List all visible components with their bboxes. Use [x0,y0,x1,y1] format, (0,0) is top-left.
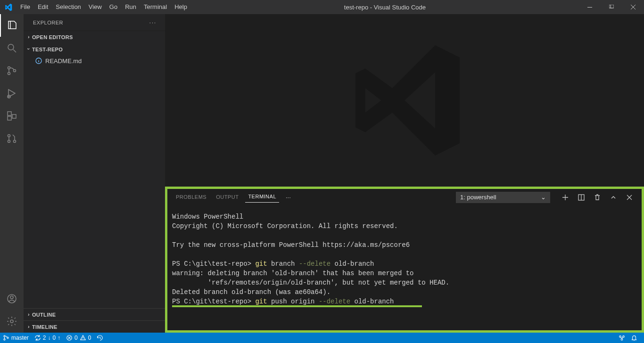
status-warnings: 0 [88,335,91,341]
menu-help[interactable]: Help [171,0,191,14]
open-editors-label: OPEN EDITORS [32,34,73,40]
file-readme[interactable]: README.md [24,56,165,66]
activity-account[interactable] [0,287,24,310]
svg-rect-8 [8,112,11,115]
panel-tabs: PROBLEMS OUTPUT TERMINAL ··· 1: powershe… [167,189,642,205]
svg-point-16 [10,320,13,323]
svg-point-5 [8,73,10,75]
tab-output[interactable]: OUTPUT [213,192,241,203]
vscode-watermark-icon [343,39,466,162]
menu-go[interactable]: Go [106,0,121,14]
activity-settings[interactable] [0,310,24,333]
editor-split: PROBLEMS OUTPUT TERMINAL ··· 1: powershe… [165,14,644,333]
explorer-sidebar: EXPLORER ··· › OPEN EDITORS › TEST-REPO … [24,14,165,333]
menu-view[interactable]: View [85,0,106,14]
close-button[interactable] [622,0,644,14]
svg-point-24 [623,336,625,338]
open-editors-section[interactable]: › OPEN EDITORS [24,31,165,43]
activity-pull-requests[interactable] [0,127,24,150]
activity-source-control[interactable] [0,59,24,82]
status-feedback[interactable] [616,333,628,343]
panel-more-icon[interactable]: ··· [283,194,294,201]
activity-bar [0,14,24,333]
outline-section[interactable]: › OUTLINE [24,308,165,320]
chevron-down-icon: ⌄ [541,194,546,201]
repo-section[interactable]: › TEST-REPO [24,43,165,56]
svg-point-15 [10,296,13,299]
svg-point-21 [7,337,8,338]
vscode-app-icon [0,3,17,11]
main-area: EXPLORER ··· › OPEN EDITORS › TEST-REPO … [0,14,644,333]
info-icon [35,57,42,65]
repo-label: TEST-REPO [32,47,63,52]
terminal-selector-label: 1: powershell [460,194,496,201]
status-branch-label: master [11,335,29,341]
sidebar-title-label: EXPLORER [33,20,63,25]
arrow-up-icon: ↑ [58,335,60,341]
status-sync-up: 0 [52,335,56,341]
file-name: README.md [45,57,82,65]
status-bar: master 2↓ 0↑ 0 0 [0,333,644,343]
svg-rect-0 [587,7,592,8]
svg-point-11 [8,135,10,137]
menu-edit[interactable]: Edit [34,0,52,14]
editor-empty-area [165,14,644,187]
split-terminal-button[interactable] [578,194,585,201]
activity-explorer[interactable] [0,14,24,37]
tab-terminal[interactable]: TERMINAL [245,192,279,203]
activity-run-debug[interactable] [0,82,24,105]
titlebar: File Edit Selection View Go Run Terminal… [0,0,644,14]
close-panel-button[interactable] [626,194,633,201]
outline-label: OUTLINE [32,312,56,318]
status-branch[interactable]: master [0,333,32,343]
chevron-down-icon: › [26,46,32,52]
svg-rect-9 [8,116,11,120]
maximize-panel-button[interactable] [610,194,617,201]
activity-extensions[interactable] [0,105,24,127]
sidebar-more-actions[interactable]: ··· [149,20,157,25]
status-sync-down: 2 [43,335,46,341]
svg-point-23 [619,336,621,338]
status-sync[interactable]: 2↓ 0↑ [32,333,63,343]
svg-point-13 [14,140,16,143]
sidebar-title: EXPLORER ··· [24,14,165,31]
chevron-right-icon: › [25,34,32,40]
status-notifications[interactable] [628,333,640,343]
menu-terminal[interactable]: Terminal [140,0,171,14]
timeline-section[interactable]: › TIMELINE [24,320,165,333]
menu-run[interactable]: Run [121,0,140,14]
window-controls [579,0,644,14]
svg-point-19 [4,335,5,337]
terminal-output[interactable]: Windows PowerShellCopyright (C) Microsof… [167,205,642,330]
menu-selection[interactable]: Selection [52,0,84,14]
menu-file[interactable]: File [17,0,34,14]
maximize-button[interactable] [601,0,622,14]
terminal-selector[interactable]: 1: powershell ⌄ [456,192,550,203]
arrow-down-icon: ↓ [48,335,50,341]
svg-point-4 [8,67,10,69]
svg-point-20 [4,339,5,340]
svg-rect-2 [611,5,614,8]
chevron-right-icon: › [25,311,32,317]
timeline-label: TIMELINE [32,324,58,330]
explorer-tree: › OPEN EDITORS › TEST-REPO README.md [24,31,165,308]
svg-point-25 [621,339,623,341]
svg-point-3 [8,44,14,50]
new-terminal-button[interactable] [561,194,569,201]
svg-point-6 [14,70,16,72]
status-errors: 0 [74,335,78,341]
terminal-panel: PROBLEMS OUTPUT TERMINAL ··· 1: powershe… [165,187,644,333]
svg-rect-10 [12,114,16,118]
status-history[interactable] [94,333,106,343]
window-title: test-repo - Visual Studio Code [191,4,579,11]
menu-bar: File Edit Selection View Go Run Terminal… [17,0,191,14]
activity-search[interactable] [0,37,24,59]
status-problems[interactable]: 0 0 [63,333,94,343]
kill-terminal-button[interactable] [594,194,601,201]
chevron-right-icon: › [25,324,32,329]
minimize-button[interactable] [579,0,601,14]
svg-point-12 [8,140,10,143]
tab-problems[interactable]: PROBLEMS [173,192,209,203]
sidebar-footer: › OUTLINE › TIMELINE [24,308,165,333]
